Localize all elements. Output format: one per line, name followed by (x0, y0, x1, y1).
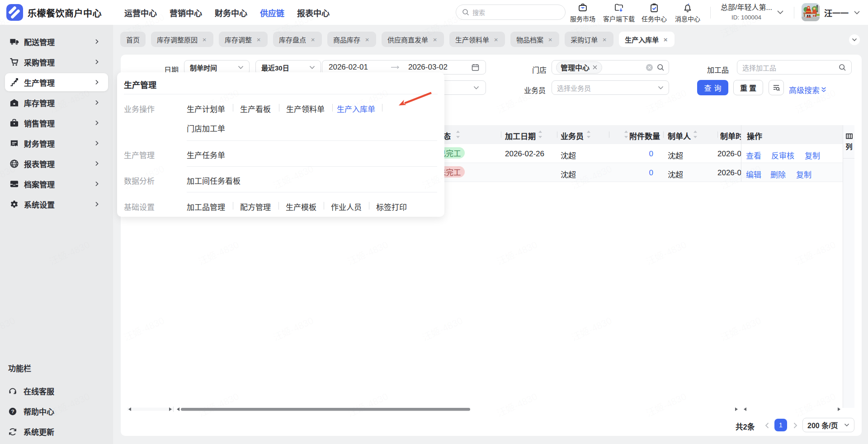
svg-text:?: ? (11, 408, 14, 415)
